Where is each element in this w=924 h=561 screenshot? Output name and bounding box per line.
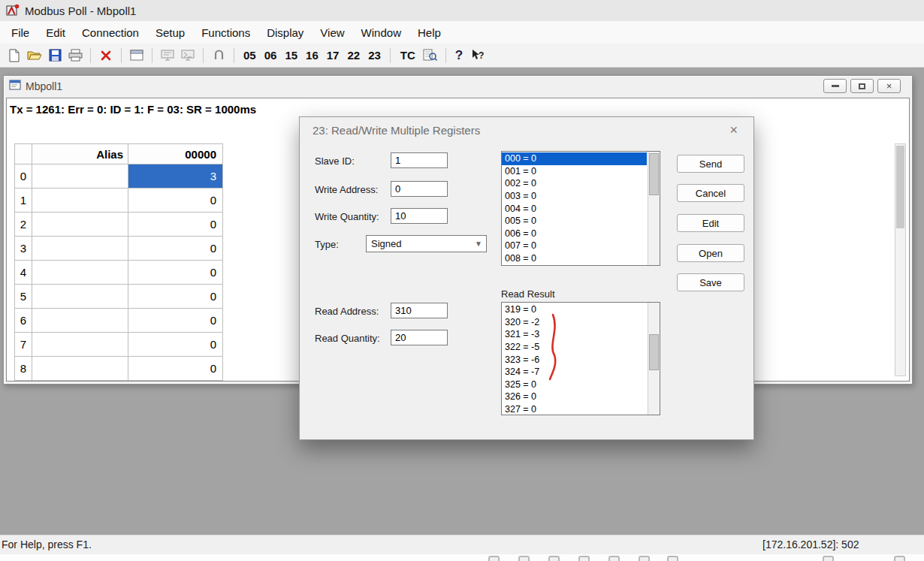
- value-cell[interactable]: 0: [128, 237, 223, 261]
- menu-window[interactable]: Window: [353, 23, 409, 43]
- alias-cell[interactable]: [32, 213, 128, 237]
- value-cell[interactable]: 0: [128, 261, 223, 285]
- list-item[interactable]: 002 = 0: [502, 177, 647, 190]
- value-cell[interactable]: 0: [128, 309, 223, 333]
- value-cell[interactable]: 0: [128, 285, 223, 309]
- close-icon[interactable]: ×: [726, 122, 741, 138]
- send-button[interactable]: Send: [677, 155, 744, 173]
- value-cell[interactable]: 0: [128, 357, 223, 381]
- poll-definition-icon[interactable]: [159, 47, 177, 65]
- menu-display[interactable]: Display: [258, 23, 312, 43]
- corner-header-cell[interactable]: [15, 144, 32, 164]
- scrollbar-thumb[interactable]: [896, 146, 904, 228]
- function-17-button[interactable]: 17: [324, 47, 343, 63]
- dialog-titlebar[interactable]: 23: Read/Write Multiple Registers ×: [300, 117, 753, 143]
- list-item[interactable]: 008 = 0: [502, 252, 647, 265]
- list-item[interactable]: 325 = 0: [502, 379, 647, 391]
- read-result-listbox[interactable]: 319 = 0 320 = -2 321 = -3 322 = -5 323 =…: [501, 302, 660, 415]
- value-cell[interactable]: 0: [128, 333, 223, 357]
- row-header[interactable]: 7: [15, 333, 32, 357]
- row-header[interactable]: 0: [15, 164, 32, 189]
- restore-button[interactable]: [850, 79, 874, 93]
- menu-functions[interactable]: Functions: [193, 23, 258, 43]
- value-cell[interactable]: 0: [128, 213, 223, 237]
- list-item[interactable]: 001 = 0: [502, 165, 647, 178]
- connect-icon[interactable]: [210, 47, 228, 65]
- scrollbar-thumb[interactable]: [649, 153, 659, 195]
- value-column-header[interactable]: 00000: [128, 144, 223, 164]
- alias-cell[interactable]: [32, 189, 128, 213]
- menu-file[interactable]: File: [3, 23, 38, 43]
- list-item[interactable]: 321 = -3: [502, 328, 647, 341]
- save-icon[interactable]: [46, 47, 64, 65]
- alias-cell[interactable]: [32, 357, 128, 381]
- scan-log-icon[interactable]: [421, 47, 439, 65]
- alias-cell[interactable]: [32, 309, 128, 333]
- write-values-listbox[interactable]: 000 = 0 001 = 0 002 = 0 003 = 0 004 = 0 …: [501, 151, 660, 266]
- menu-connection[interactable]: Connection: [74, 23, 147, 43]
- slave-id-field[interactable]: [391, 152, 448, 168]
- row-header[interactable]: 4: [15, 261, 32, 285]
- list-item[interactable]: 326 = 0: [502, 391, 647, 403]
- vertical-scrollbar[interactable]: [895, 143, 906, 376]
- list-item[interactable]: 007 = 0: [502, 240, 647, 252]
- open-file-icon[interactable]: [26, 47, 44, 65]
- scrollbar-thumb[interactable]: [649, 334, 659, 370]
- read-quantity-field[interactable]: [391, 330, 448, 345]
- read-address-field[interactable]: [391, 303, 448, 318]
- value-cell[interactable]: 0: [128, 189, 223, 213]
- function-22-button[interactable]: 22: [344, 47, 363, 63]
- list-item[interactable]: 320 = -2: [502, 316, 647, 329]
- listbox-scrollbar[interactable]: [648, 152, 660, 265]
- minimize-button[interactable]: [823, 79, 847, 93]
- alias-cell[interactable]: [32, 164, 128, 189]
- list-item[interactable]: 000 = 0: [502, 152, 647, 165]
- titlebar[interactable]: Modbus Poll - Mbpoll1: [0, 0, 924, 21]
- alias-cell[interactable]: [32, 237, 128, 261]
- delete-icon[interactable]: [97, 47, 115, 65]
- row-header[interactable]: 6: [15, 309, 32, 333]
- close-button[interactable]: ×: [877, 79, 901, 93]
- listbox-scrollbar[interactable]: [648, 303, 660, 415]
- test-center-button[interactable]: TC: [397, 47, 419, 63]
- menu-setup[interactable]: Setup: [147, 23, 193, 43]
- cancel-button[interactable]: Cancel: [677, 184, 744, 202]
- context-help-icon[interactable]: ?: [468, 47, 486, 65]
- list-item[interactable]: 004 = 0: [502, 202, 647, 215]
- communication-icon[interactable]: [179, 47, 197, 65]
- list-item[interactable]: 324 = -7: [502, 366, 647, 379]
- row-header[interactable]: 3: [15, 237, 32, 261]
- list-item[interactable]: 005 = 0: [502, 215, 647, 228]
- alias-cell[interactable]: [32, 333, 128, 357]
- function-23-button[interactable]: 23: [365, 47, 384, 63]
- type-dropdown[interactable]: Signed ▼: [366, 235, 487, 252]
- function-15-button[interactable]: 15: [282, 47, 300, 63]
- alias-column-header[interactable]: Alias: [32, 144, 128, 164]
- print-icon[interactable]: [66, 47, 84, 65]
- function-16-button[interactable]: 16: [303, 47, 322, 63]
- list-item[interactable]: 323 = -6: [502, 353, 647, 366]
- help-icon[interactable]: ?: [452, 48, 466, 63]
- menu-view[interactable]: View: [312, 23, 352, 43]
- list-item[interactable]: 006 = 0: [502, 228, 647, 240]
- window-setup-icon[interactable]: [128, 47, 146, 65]
- function-05-button[interactable]: 05: [240, 47, 259, 63]
- row-header[interactable]: 8: [15, 357, 32, 381]
- row-header[interactable]: 5: [15, 285, 32, 309]
- write-address-field[interactable]: [391, 181, 448, 197]
- edit-button[interactable]: Edit: [677, 214, 744, 232]
- menu-edit[interactable]: Edit: [38, 23, 74, 43]
- open-button[interactable]: Open: [677, 244, 744, 262]
- alias-cell[interactable]: [32, 285, 128, 309]
- menu-help[interactable]: Help: [409, 23, 449, 43]
- list-item[interactable]: 322 = -5: [502, 341, 647, 354]
- value-cell-selected[interactable]: 3: [128, 164, 223, 189]
- list-item[interactable]: 327 = 0: [502, 403, 647, 415]
- child-titlebar[interactable]: Mbpoll1 ×: [4, 76, 912, 96]
- write-quantity-field[interactable]: [391, 208, 448, 224]
- save-button[interactable]: Save: [677, 273, 744, 291]
- row-header[interactable]: 2: [15, 213, 32, 237]
- function-06-button[interactable]: 06: [261, 47, 280, 63]
- alias-cell[interactable]: [32, 261, 128, 285]
- list-item[interactable]: 003 = 0: [502, 190, 647, 203]
